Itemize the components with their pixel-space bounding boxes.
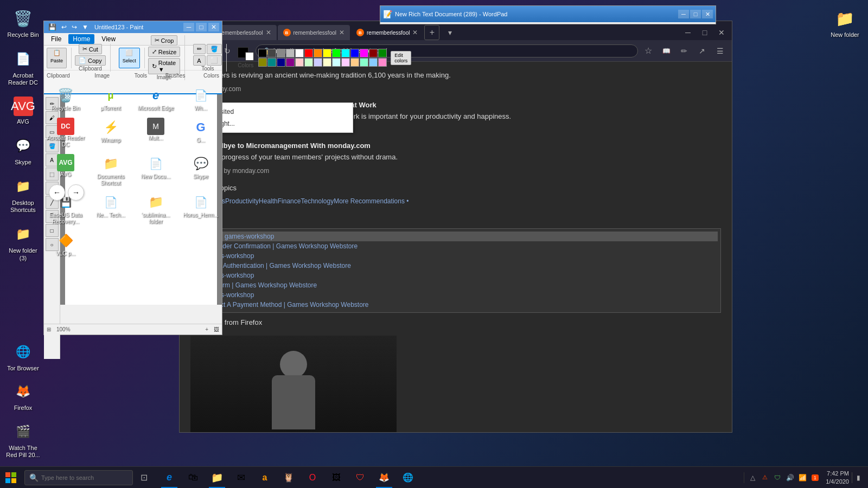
rotate-btn[interactable]: ↻ Rotate ▼ <box>148 58 181 74</box>
tray-volume[interactable]: 🔊 <box>784 472 795 483</box>
copy-btn[interactable]: 📄 Copy <box>75 55 106 66</box>
screenshot-btn[interactable]: ✏ <box>676 43 692 59</box>
reader-view-btn[interactable]: 📖 <box>659 43 674 59</box>
taskbar-tripadvisor[interactable]: 🦉 <box>277 467 301 489</box>
skype-icon[interactable]: 💬 Skype <box>3 133 43 168</box>
taskbar-firefox[interactable]: 🦊 <box>372 467 396 489</box>
overlay-mult[interactable]: M Mult... <box>135 116 177 150</box>
highlight-4[interactable]: Select A Payment Method | Games Workshop… <box>207 300 718 310</box>
topic-more[interactable]: More Recommendations • <box>334 197 409 205</box>
select-btn[interactable]: ⬜ Select <box>119 48 140 68</box>
cut-btn[interactable]: ✂ Cut <box>79 44 102 54</box>
taskbar-time[interactable]: 7:42 PM 1/4/2020 <box>826 470 849 485</box>
firefox-icon[interactable]: 🦊 Firefox <box>3 378 43 414</box>
highlight-site-2[interactable]: games-workshop <box>205 271 718 280</box>
new-tab-button[interactable]: + <box>424 25 439 40</box>
overlay-edge[interactable]: e Microsoft Edge <box>135 84 177 113</box>
taskbar-photos[interactable]: 🖼 <box>324 467 348 489</box>
paint-close[interactable]: ✕ <box>208 23 219 31</box>
highlight-3[interactable]: Confirm | Games Workshop Webstore <box>207 280 718 290</box>
paint-maximize[interactable]: □ <box>196 23 207 31</box>
overlay-skype[interactable]: 💬 Skype <box>180 152 222 188</box>
overlay-wh[interactable]: 📄 Wh... <box>180 84 222 113</box>
browser-close[interactable]: ✕ <box>714 25 729 40</box>
overlay-recycle[interactable]: 🗑️ Recycle Bin <box>44 84 87 113</box>
recycle-bin-icon[interactable]: 🗑️ Recycle Bin <box>3 5 43 41</box>
eraser-btn[interactable]: ⬜ <box>207 55 222 66</box>
overlay-docs[interactable]: 📁 Documents Shortcut <box>90 152 132 188</box>
paint-nav-forward[interactable]: → <box>68 184 84 201</box>
taskbar-opera[interactable]: O <box>301 467 324 489</box>
new-folder-3-icon[interactable]: 📁 New folder (3) <box>3 221 43 264</box>
wordpad-minimize[interactable]: ─ <box>678 10 689 18</box>
share-btn[interactable]: ↗ <box>694 43 710 59</box>
tab2-close[interactable]: ✕ <box>339 29 344 36</box>
taskbar-edge[interactable]: e <box>157 467 181 489</box>
wordpad-maximize[interactable]: □ <box>690 10 701 18</box>
pencil-btn[interactable]: ✏ <box>193 44 206 54</box>
overlay-avg-2[interactable]: AVG AVG <box>44 152 87 188</box>
overlay-sublimina[interactable]: 📁 'sublimina... folder <box>135 191 177 227</box>
highlight-2[interactable]: Card Authentication | Games Workshop Web… <box>207 261 718 271</box>
bookmark-btn[interactable]: ☆ <box>641 43 656 59</box>
text-btn[interactable]: A <box>193 55 206 66</box>
paint-minimize[interactable]: ─ <box>183 23 194 31</box>
overlay-g[interactable]: G G... <box>180 116 222 150</box>
highlight-site-1[interactable]: games-workshop <box>205 251 718 261</box>
highlight-1-sub[interactable]: Order Confirmation | Games Workshop Webs… <box>215 241 718 251</box>
browser-maximize[interactable]: □ <box>697 25 712 40</box>
paint-menu-home[interactable]: Home <box>68 34 94 44</box>
edit-colors-btn[interactable]: Editcolors <box>391 51 411 65</box>
taskbar-amazon[interactable]: a <box>253 467 277 489</box>
overlay-winamp[interactable]: ⚡ Winamp <box>90 116 132 150</box>
browser-content[interactable]: ⚙ Most Visited ❓ You might... of produce… <box>180 62 732 432</box>
topic-productivity[interactable]: Productivity <box>225 197 259 205</box>
overlay-acrobat[interactable]: DC Acrobat Reader DC <box>44 116 87 150</box>
desktop-shortcuts-icon[interactable]: 📁 DesktopShortcuts <box>3 174 43 216</box>
tab1-close[interactable]: ✕ <box>266 29 271 36</box>
tab3-close[interactable]: ✕ <box>412 29 418 36</box>
tray-up-arrow[interactable]: △ <box>747 472 758 483</box>
start-button[interactable] <box>0 467 22 489</box>
taskbar-file-explorer[interactable]: 📁 <box>205 467 229 489</box>
paint-nav-back[interactable]: ← <box>49 184 65 201</box>
avg-icon[interactable]: AVG AVG <box>3 94 43 127</box>
overlay-vlc[interactable]: 🔶 VLC p... <box>44 229 87 259</box>
tray-notification-1[interactable]: ⚠ <box>760 472 770 483</box>
paint-menu-view[interactable]: View <box>97 34 120 44</box>
highlight-site-3[interactable]: games-workshop <box>205 290 718 300</box>
taskbar-store[interactable]: 🛍 <box>181 467 205 489</box>
search-input[interactable] <box>41 474 128 481</box>
new-folder-icon[interactable]: 📁 New folder <box>825 5 865 41</box>
paint-menu-file[interactable]: File <box>47 34 66 44</box>
overlay-utorrent[interactable]: μ µTorrent <box>90 84 132 113</box>
tray-antivirus[interactable]: 🛡 <box>772 472 783 483</box>
qa-undo[interactable]: ↩ <box>60 23 68 31</box>
highlight-1[interactable]: ▶ B games-workshop <box>205 232 718 241</box>
tor-browser-icon[interactable]: 🌐 Tor Browser <box>3 339 43 374</box>
taskbar-bitdefender[interactable]: 🛡 <box>348 467 372 489</box>
taskbar-chrome[interactable]: 🌐 <box>396 467 420 489</box>
task-view-btn[interactable]: ⊡ <box>133 467 155 489</box>
paste-btn[interactable]: 📋 Paste <box>47 48 67 68</box>
overlay-horus[interactable]: 📄 Horus_Herm... <box>180 191 222 227</box>
watch-the-icon[interactable]: 🎬 Watch TheRed Pill 20... <box>3 419 43 461</box>
show-desktop-btn[interactable]: ▮ <box>852 472 863 483</box>
menu-btn[interactable]: ☰ <box>712 43 727 59</box>
topic-health[interactable]: Health <box>259 197 278 205</box>
wordpad-close[interactable]: ✕ <box>702 10 713 18</box>
browser-tab-2[interactable]: B rememberlessfool ✕ <box>278 25 350 40</box>
tray-notification-badge[interactable]: 1 <box>809 472 820 483</box>
acrobat-icon[interactable]: 📄 AcrobatReader DC <box>3 46 43 88</box>
tray-network[interactable]: 📶 <box>797 472 808 483</box>
overlay-newdoc[interactable]: 📄 New Docu... <box>135 152 177 188</box>
browser-tab-3[interactable]: B rememberlessfool ✕ <box>351 25 423 40</box>
topic-technology[interactable]: Technology <box>301 197 334 205</box>
qa-save[interactable]: 💾 <box>47 23 58 31</box>
crop-btn[interactable]: ✂ Crop <box>151 35 178 46</box>
browser-minimize[interactable]: ─ <box>680 25 695 40</box>
overlay-ne-tech[interactable]: 📄 Ne... Tech... <box>90 191 132 227</box>
qa-redo[interactable]: ↪ <box>70 23 79 31</box>
fill-btn[interactable]: 🪣 <box>207 44 222 54</box>
taskbar-search[interactable]: 🔍 <box>24 470 133 485</box>
